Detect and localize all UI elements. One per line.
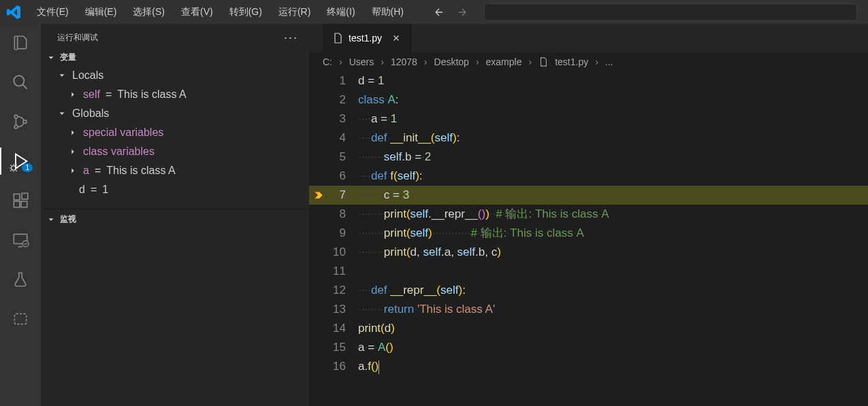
menu-run[interactable]: 运行(R) xyxy=(272,3,317,21)
var-name: self xyxy=(83,88,100,101)
nav-forward-icon[interactable] xyxy=(457,7,468,18)
svg-point-2 xyxy=(14,125,18,129)
globals-label: Globals xyxy=(72,107,109,120)
chevron-down-icon xyxy=(46,215,56,224)
equals: = xyxy=(95,165,101,177)
menu-help[interactable]: 帮助(H) xyxy=(365,3,411,21)
locals-scope[interactable]: Locals xyxy=(41,66,309,85)
menu-file[interactable]: 文件(E) xyxy=(30,3,76,21)
watch-label: 监视 xyxy=(60,214,76,225)
var-name: d xyxy=(79,184,85,196)
current-execution-line: 7········c·=·3 xyxy=(309,186,868,205)
testing-icon[interactable] xyxy=(11,270,30,289)
variables-label: 变量 xyxy=(60,52,76,63)
close-icon[interactable] xyxy=(391,33,401,43)
chevron-right-icon xyxy=(68,128,78,137)
chevron-right-icon xyxy=(68,166,78,175)
var-special[interactable]: special variables xyxy=(41,123,309,142)
vscode-logo-icon xyxy=(5,4,22,20)
search-icon[interactable] xyxy=(11,73,30,92)
chevron-right-icon xyxy=(68,90,78,99)
crumb[interactable]: C: xyxy=(323,56,332,67)
svg-rect-11 xyxy=(14,314,26,324)
crumb[interactable]: ... xyxy=(605,56,613,67)
sidebar-panel: 运行和调试 ··· 变量 Locals self = This is class… xyxy=(41,24,309,406)
chevron-down-icon xyxy=(46,53,56,63)
menu-selection[interactable]: 选择(S) xyxy=(126,3,172,21)
svg-rect-5 xyxy=(14,194,20,200)
explorer-icon[interactable] xyxy=(11,33,30,52)
menu-view[interactable]: 查看(V) xyxy=(174,3,220,21)
chevron-right-icon xyxy=(68,147,78,156)
var-value: This is class A xyxy=(106,165,175,177)
var-self[interactable]: self = This is class A xyxy=(41,85,309,104)
var-name: a xyxy=(83,165,89,177)
var-value: This is class A xyxy=(117,88,186,101)
bottom-icon[interactable] xyxy=(11,309,30,328)
var-value: 1 xyxy=(102,184,108,196)
locals-label: Locals xyxy=(72,69,103,82)
chevron-down-icon xyxy=(57,71,67,80)
svg-rect-8 xyxy=(22,193,28,199)
equals: = xyxy=(106,88,112,101)
crumb[interactable]: test1.py xyxy=(555,56,588,67)
command-center-search[interactable] xyxy=(484,3,857,21)
crumb[interactable]: Users xyxy=(349,56,374,67)
code-editor[interactable]: 1d·=·1 2class·A: 3····a·=·1 4····def·__i… xyxy=(309,71,868,406)
crumb[interactable]: 12078 xyxy=(391,56,417,67)
equals: = xyxy=(91,184,97,196)
debug-badge: 1 xyxy=(22,163,33,172)
chevron-down-icon xyxy=(57,109,67,118)
svg-point-3 xyxy=(23,120,27,124)
svg-point-4 xyxy=(12,166,16,171)
file-icon xyxy=(539,57,548,67)
sidebar-title: 运行和调试 xyxy=(57,32,98,44)
crumb[interactable]: example xyxy=(486,56,522,67)
crumb[interactable]: Desktop xyxy=(434,56,469,67)
watch-section-header[interactable]: 监视 xyxy=(41,209,309,228)
nav-back-icon[interactable] xyxy=(434,7,445,18)
svg-point-0 xyxy=(14,75,24,86)
svg-rect-6 xyxy=(14,201,20,207)
var-name: special variables xyxy=(83,126,163,139)
var-d[interactable]: d = 1 xyxy=(41,180,309,199)
sidebar-title-row: 运行和调试 ··· xyxy=(41,24,309,49)
svg-rect-7 xyxy=(21,201,27,207)
file-icon xyxy=(332,33,343,44)
var-name: class variables xyxy=(83,146,155,158)
variables-tree: Locals self = This is class A Globals sp… xyxy=(41,66,309,199)
extensions-icon[interactable] xyxy=(11,191,30,210)
remote-explorer-icon[interactable] xyxy=(11,231,30,250)
svg-point-1 xyxy=(14,115,18,118)
tab-bar: test1.py xyxy=(309,24,868,52)
activity-bar: 1 xyxy=(0,24,41,406)
source-control-icon[interactable] xyxy=(11,112,30,131)
run-debug-icon[interactable]: 1 xyxy=(11,152,30,171)
execution-pointer-icon xyxy=(309,190,328,201)
var-classvars[interactable]: class variables xyxy=(41,142,309,161)
tab-label: test1.py xyxy=(349,33,382,44)
variables-section-header[interactable]: 变量 xyxy=(41,49,309,66)
var-a[interactable]: a = This is class A xyxy=(41,161,309,180)
main-layout: 1 运行和调试 ··· 变量 Locals xyxy=(0,24,868,406)
breadcrumbs[interactable]: C:› Users› 12078› Desktop› example› test… xyxy=(309,52,868,71)
tab-test1[interactable]: test1.py xyxy=(323,24,411,52)
menu-terminal[interactable]: 终端(I) xyxy=(320,3,361,21)
globals-scope[interactable]: Globals xyxy=(41,104,309,123)
sidebar-more-icon[interactable]: ··· xyxy=(284,31,298,45)
editor-area: test1.py C:› Users› 12078› Desktop› exam… xyxy=(309,24,868,406)
title-bar: 文件(E) 编辑(E) 选择(S) 查看(V) 转到(G) 运行(R) 终端(I… xyxy=(0,0,868,24)
menu-edit[interactable]: 编辑(E) xyxy=(78,3,124,21)
menu-go[interactable]: 转到(G) xyxy=(223,3,269,21)
